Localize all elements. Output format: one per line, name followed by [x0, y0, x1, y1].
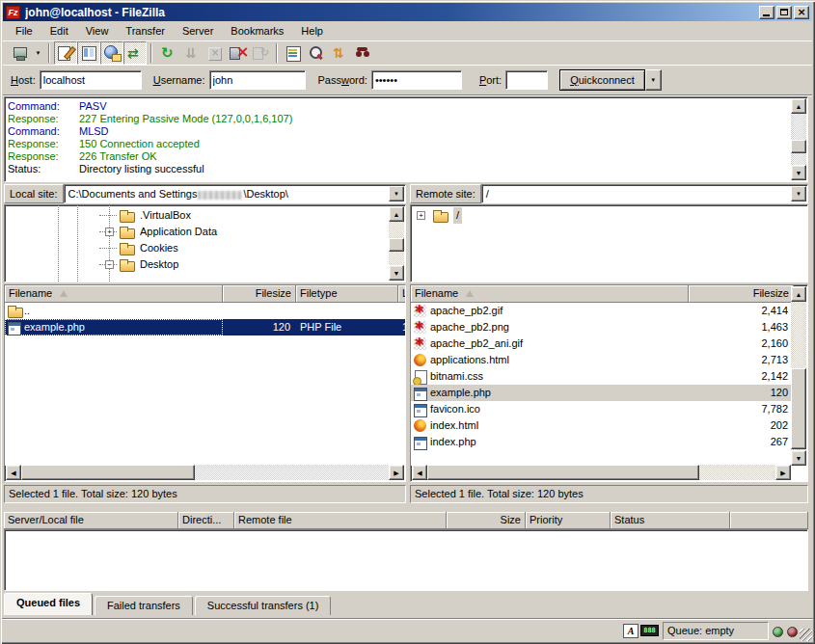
local-tree-scrollbar[interactable]: ▲ ▼: [389, 206, 404, 281]
file-row[interactable]: example.php120PHP File1: [5, 319, 405, 335]
site-manager-dropdown[interactable]: ▼: [32, 42, 44, 64]
local-site-combo[interactable]: C:\Documents and Settings\Desktop\ ▼: [64, 184, 406, 203]
remote-list-hscrollbar[interactable]: ◀ ▶: [412, 465, 791, 480]
tab-failed-transfers[interactable]: Failed transfers: [95, 596, 193, 615]
redacted-username: [198, 191, 242, 200]
scroll-up-icon[interactable]: ▲: [791, 286, 806, 302]
menu-view[interactable]: View: [77, 23, 118, 39]
log-line: Response:227 Entering Passive Mode (127,…: [8, 113, 788, 125]
menu-transfer[interactable]: Transfer: [117, 23, 174, 39]
file-row[interactable]: apache_pb2_ani.gif2,160: [411, 335, 792, 352]
scroll-down-icon[interactable]: ▼: [791, 165, 806, 180]
scroll-up-icon[interactable]: ▲: [791, 98, 806, 114]
tree-item-label: /: [453, 207, 462, 224]
minimize-button[interactable]: [759, 6, 774, 19]
directory-comparison-button[interactable]: [305, 41, 328, 65]
scroll-thumb[interactable]: [791, 368, 806, 449]
chevron-down-icon[interactable]: ▼: [791, 186, 806, 201]
quickconnect-dropdown[interactable]: ▼: [645, 69, 662, 91]
column-header-filetype[interactable]: Filetype: [296, 285, 398, 303]
statusbar: A 888 Queue: empty: [2, 618, 813, 642]
local-list-hscrollbar[interactable]: ◀ ▶: [6, 465, 404, 480]
port-input[interactable]: [505, 70, 548, 90]
scroll-left-icon[interactable]: ◀: [412, 465, 427, 480]
scroll-up-icon[interactable]: ▲: [389, 206, 404, 222]
menu-server[interactable]: Server: [174, 23, 222, 39]
file-row[interactable]: index.html202: [411, 417, 792, 434]
toggle-remote-tree-button[interactable]: [100, 41, 123, 65]
column-header-l[interactable]: L: [398, 285, 406, 303]
disconnect-button[interactable]: [226, 41, 249, 65]
file-row[interactable]: favicon.ico7,782: [411, 401, 792, 417]
close-button[interactable]: ×: [794, 6, 809, 19]
menu-file[interactable]: File: [7, 23, 41, 39]
local-tree-item[interactable]: Cookies: [5, 240, 405, 256]
column-header-filename[interactable]: Filename: [411, 285, 689, 303]
synchronized-browsing-button[interactable]: [328, 41, 351, 65]
local-tree-item[interactable]: −Desktop: [5, 256, 405, 273]
file-size: 2,414: [689, 303, 792, 319]
queue-column-size[interactable]: Size: [447, 512, 526, 529]
local-tree-item[interactable]: .VirtualBox: [5, 207, 405, 224]
expand-icon[interactable]: +: [417, 211, 425, 220]
file-row[interactable]: example.php120: [411, 385, 792, 401]
queue-column-server-local-file[interactable]: Server/Local file: [4, 512, 178, 529]
file-row[interactable]: applications.html2,713: [411, 352, 792, 368]
scroll-thumb[interactable]: [21, 465, 195, 480]
speed-limits-icon[interactable]: 888: [640, 625, 659, 636]
scroll-thumb[interactable]: [791, 140, 806, 153]
scroll-left-icon[interactable]: ◀: [6, 465, 21, 480]
file-size: 7,782: [689, 401, 792, 417]
host-input[interactable]: [40, 70, 142, 90]
scroll-thumb[interactable]: [427, 465, 699, 480]
file-row[interactable]: index.php267: [411, 434, 792, 450]
queue-status: Queue: empty: [663, 622, 769, 640]
file-row[interactable]: apache_pb2.png1,463: [411, 319, 792, 335]
scroll-thumb[interactable]: [389, 238, 404, 252]
menu-help[interactable]: Help: [292, 23, 332, 39]
password-input[interactable]: [371, 70, 462, 90]
remote-site-combo[interactable]: / ▼: [481, 184, 808, 203]
column-header-filename[interactable]: Filename: [5, 285, 223, 303]
chevron-down-icon[interactable]: ▼: [389, 186, 404, 201]
quickconnect-button[interactable]: Quickconnect: [559, 69, 645, 91]
find-files-button[interactable]: [351, 41, 374, 65]
queue-column-directi-[interactable]: Directi...: [178, 512, 234, 529]
queue-column-priority[interactable]: Priority: [526, 512, 611, 529]
scroll-down-icon[interactable]: ▼: [791, 450, 806, 466]
file-row[interactable]: bitnami.css2,142: [411, 368, 792, 385]
log-scrollbar[interactable]: ▲ ▼: [791, 98, 806, 180]
menu-edit[interactable]: Edit: [41, 23, 77, 39]
menu-bookmarks[interactable]: Bookmarks: [222, 23, 292, 39]
resize-grip[interactable]: [800, 629, 812, 641]
file-row[interactable]: ..: [5, 303, 405, 319]
html-file-icon: [413, 419, 428, 433]
file-name: index.php: [430, 434, 476, 450]
remote-list-scrollbar[interactable]: ▲ ▼: [791, 286, 806, 466]
collapse-icon[interactable]: −: [105, 260, 114, 269]
queue-column-empty[interactable]: [730, 512, 808, 529]
site-manager-button[interactable]: [9, 41, 32, 65]
queue-column-remote-file[interactable]: Remote file: [234, 512, 447, 529]
local-tree-item[interactable]: +Application Data: [5, 224, 405, 240]
scroll-right-icon[interactable]: ▶: [775, 465, 791, 480]
toggle-message-log-button[interactable]: [54, 41, 77, 65]
scroll-right-icon[interactable]: ▶: [389, 465, 404, 480]
toggle-local-tree-button[interactable]: [77, 41, 100, 65]
site-manager-icon: [12, 44, 29, 62]
toggle-transfer-queue-button[interactable]: [123, 41, 147, 65]
expand-icon[interactable]: +: [105, 228, 114, 236]
tab-queued-files[interactable]: Queued files: [4, 593, 93, 615]
scroll-down-icon[interactable]: ▼: [389, 265, 404, 281]
username-input[interactable]: [209, 70, 306, 90]
titlebar[interactable]: Fz john@localhost - FileZilla ×: [3, 3, 812, 21]
refresh-button[interactable]: [156, 41, 179, 65]
column-header-filesize[interactable]: Filesize: [223, 285, 296, 303]
queue-column-status[interactable]: Status: [611, 512, 730, 529]
column-header-filesize[interactable]: Filesize: [689, 285, 794, 303]
directory-listing-filters-button[interactable]: [282, 41, 305, 65]
maximize-button[interactable]: [776, 6, 792, 19]
remote-tree-item[interactable]: +/: [411, 207, 807, 224]
tab-successful-transfers-1-[interactable]: Successful transfers (1): [195, 596, 332, 615]
file-row[interactable]: apache_pb2.gif2,414: [411, 303, 792, 319]
